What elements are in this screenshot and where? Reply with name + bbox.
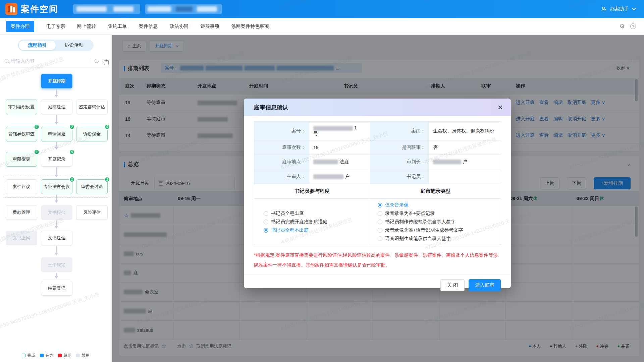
flow-arrow xyxy=(56,115,57,124)
nav-tab-case-info[interactable]: 案件信息 xyxy=(139,23,158,29)
top-header: 案件空间 办案助手 xyxy=(0,0,644,18)
flow-arrow xyxy=(56,273,57,278)
flow-node[interactable]: 风险评估 xyxy=(76,205,108,220)
close-icon[interactable]: × xyxy=(498,103,503,112)
radio-traditional-record[interactable]: 书记员制作传统笔录供当事人签字 xyxy=(378,218,497,226)
redacted-header-info xyxy=(145,4,222,14)
badge: 9 xyxy=(69,149,75,155)
sidebar-search xyxy=(0,54,111,68)
nav-tab-e-dossier[interactable]: 电子卷宗 xyxy=(46,23,65,29)
radio-av-only[interactable]: 仅录音录像 xyxy=(378,201,497,209)
app-logo-icon xyxy=(5,3,17,15)
flow-arrow xyxy=(56,246,57,254)
layers-icon[interactable] xyxy=(103,59,107,63)
redacted-text xyxy=(313,160,338,164)
nav-tab-work-orders[interactable]: 集约工单 xyxy=(108,23,127,29)
radio-icon xyxy=(378,220,382,224)
redacted-text xyxy=(313,174,343,179)
radio-icon xyxy=(378,203,382,207)
user-menu[interactable]: 办案助手 xyxy=(601,0,635,18)
flow-node-hearing-schedule[interactable]: 开庭排期 xyxy=(41,74,72,88)
badge: 1 xyxy=(34,149,40,155)
flow-node[interactable]: 文书送达 xyxy=(41,231,72,245)
flow-node: 三个规定 xyxy=(41,257,72,272)
flow-node[interactable]: 审判组织设置 xyxy=(6,100,37,114)
chevron-down-icon xyxy=(632,6,636,10)
cause-value: 生命权、身体权、健康权纠纷 xyxy=(429,122,501,140)
app-title: 案件空间 xyxy=(21,3,58,15)
radio-icon xyxy=(264,228,268,233)
radio-icon xyxy=(378,228,382,233)
radio-icon xyxy=(378,211,382,216)
clerk-value xyxy=(429,169,501,184)
clerk-label: 书记员： xyxy=(370,169,429,184)
radio-clerk-leave-after-prep[interactable]: 书记员完成开庭准备后退庭 xyxy=(264,218,367,226)
radio-asr-record-sign[interactable]: 语音识别生成笔录供当事人签字 xyxy=(378,234,497,243)
sidebar-tabs: 流程指引 诉讼活动 xyxy=(18,40,94,51)
flow-arrow xyxy=(56,167,57,176)
case-no-value: 1 号 xyxy=(309,122,370,140)
dialog-header: 庭审信息确认 × xyxy=(244,99,511,116)
case-no-label: 案号： xyxy=(254,122,309,140)
flow-node[interactable]: 案件评议 xyxy=(6,179,37,194)
legend-done-swatch xyxy=(22,354,25,357)
help-icon[interactable]: ? xyxy=(630,23,636,29)
flow-node[interactable]: 诉讼保全9 xyxy=(76,127,108,141)
nav-tab-online-flow[interactable]: 网上流转 xyxy=(77,23,96,29)
app-root: 案件空间 办案助手 案件办理 电子卷宗 网上流转 集约工单 案件信息 政法协同 … xyxy=(0,0,644,362)
live-broadcast-warning: *根据规定,案件庭审直播需要进行风险评估,经风险评估较高的案件、涉敏感案件、涉密… xyxy=(254,250,501,270)
badge: 2 xyxy=(69,124,75,130)
joint-trial-label: 是否联审： xyxy=(370,140,429,155)
session-count-value: 19 xyxy=(309,140,370,155)
nav-tab-case-handling[interactable]: 案件办理 xyxy=(6,21,34,32)
flow-node[interactable]: 管辖异议审查1 xyxy=(6,127,37,141)
tab-process-guide[interactable]: 流程指引 xyxy=(19,41,56,50)
nav-tab-internet-cases[interactable]: 涉网案件特色事项 xyxy=(231,23,269,29)
flow-node[interactable]: 申请回避2 xyxy=(41,127,72,141)
flow-arrow xyxy=(56,89,57,97)
flow-node[interactable]: 费款管理 xyxy=(6,205,37,220)
flow-node[interactable]: 审限变更1 xyxy=(6,152,37,167)
radio-clerk-full-attend[interactable]: 书记员全程出庭 xyxy=(264,209,367,218)
flow-node[interactable]: 审委会讨论1 xyxy=(76,179,108,194)
presiding-label: 主审人： xyxy=(254,169,309,184)
redacted-header-info xyxy=(73,4,140,14)
badge: 1 xyxy=(104,177,110,182)
chief-judge-value: 户 xyxy=(429,155,501,169)
redacted-text xyxy=(313,126,353,131)
chief-judge-label: 审判长： xyxy=(370,155,429,169)
nav-tab-legal-collab[interactable]: 政法协同 xyxy=(170,23,189,29)
radio-av-plus-notes[interactable]: 录音录像为准+要点记录 xyxy=(378,209,497,218)
legend-disabled-swatch xyxy=(76,354,80,357)
badge: 1 xyxy=(34,124,40,130)
flow-arrow xyxy=(56,221,57,228)
presiding-value: 户 xyxy=(309,169,370,184)
legend-active-swatch xyxy=(40,354,44,357)
nav-tab-service-items[interactable]: 诉服事项 xyxy=(201,23,219,29)
flow-node[interactable]: 鉴定咨询评估 xyxy=(76,100,108,114)
radio-av-plus-asr[interactable]: 录音录像为准+语音识别生成参考文字 xyxy=(378,226,497,234)
search-input[interactable] xyxy=(11,58,88,64)
flow-legend: 完成 在办 超期 禁用 xyxy=(0,353,111,358)
hearing-info-table: 案号： 1 号 案由： 生命权、身体权、健康权纠纷 庭审次数： 19 是否联审：… xyxy=(254,121,501,245)
badge: 1 xyxy=(69,177,75,182)
dialog-footer: 关 闭 进入庭审 xyxy=(244,274,511,291)
tab-litigation-activity[interactable]: 诉讼活动 xyxy=(56,41,93,50)
flow-node[interactable]: 开庭记录9 xyxy=(41,152,72,167)
sidebar: 流程指引 诉讼活动 开庭排期 审判组织设置 庭前送达 鉴定咨询评估 管辖异议审查… xyxy=(0,35,112,362)
close-button[interactable]: 关 闭 xyxy=(440,279,465,291)
flow-node[interactable]: 结案登记 xyxy=(41,281,72,296)
settings-gear-icon[interactable]: ⚙ xyxy=(620,23,625,30)
flow-arrow xyxy=(56,142,57,149)
flow-node[interactable]: 庭前送达 xyxy=(41,100,72,114)
location-value: 法庭 xyxy=(309,155,370,169)
badge: 9 xyxy=(104,124,110,130)
legend-overdue-swatch xyxy=(58,354,62,357)
enter-hearing-button[interactable]: 进入庭审 xyxy=(469,279,501,291)
flow-node[interactable]: 专业法官会议1 xyxy=(41,179,72,194)
radio-icon xyxy=(264,211,268,216)
refresh-icon[interactable] xyxy=(94,58,100,64)
record-type-section-title: 庭审笔录类型 xyxy=(370,184,501,199)
participation-section-title: 书记员参与程度 xyxy=(254,184,370,199)
radio-clerk-absent[interactable]: 书记员全程不出庭 xyxy=(264,226,367,234)
